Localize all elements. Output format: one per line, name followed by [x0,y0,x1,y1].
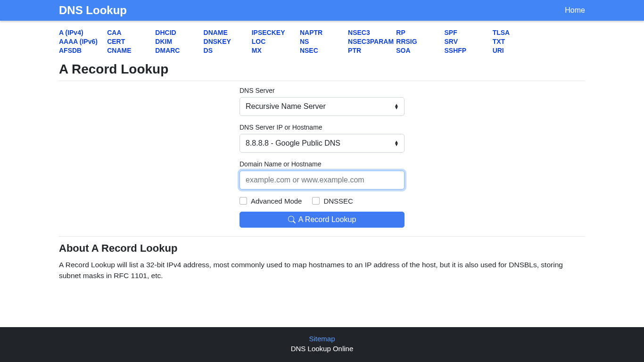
domain-label: Domain Name or Hostname [239,160,405,168]
nav-home-link[interactable]: Home [565,6,585,15]
advanced-mode-label: Advanced Mode [251,197,302,205]
dns-server-select[interactable]: Recursive Name Server [239,97,405,116]
advanced-mode-check[interactable]: Advanced Mode [239,197,302,205]
brand-link[interactable]: DNS Lookup [59,4,127,17]
record-types-grid: A (IPv4) AAAA (IPv6) AFSDB CAA CERT CNAM… [59,28,585,55]
search-icon [288,216,296,223]
record-link[interactable]: RP [396,28,440,37]
footer-tagline: DNS Lookup Online [291,345,354,353]
form-divider [59,236,585,237]
record-link[interactable]: MX [252,46,296,55]
record-types-col-8: SPF SRV SSHFP [444,28,488,55]
record-link[interactable]: PTR [348,46,392,55]
record-types-col-4: IPSECKEY LOC MX [252,28,296,55]
footer-sitemap-link[interactable]: Sitemap [309,335,335,343]
record-types-col-7: RP RRSIG SOA [396,28,440,55]
record-link[interactable]: SPF [444,28,488,37]
record-link[interactable]: A (IPv4) [59,28,103,37]
record-link[interactable]: NS [300,37,344,46]
top-navbar: DNS Lookup Home [0,0,644,21]
record-link[interactable]: NAPTR [300,28,344,37]
dnssec-checkbox[interactable] [312,197,320,205]
record-link[interactable]: CAA [107,28,151,37]
page-title: A Record Lookup [59,62,585,77]
record-link[interactable]: DMARC [155,46,199,55]
record-link[interactable]: CERT [107,37,151,46]
record-link[interactable]: SSHFP [444,46,488,55]
record-types-col-0: A (IPv4) AAAA (IPv6) AFSDB [59,28,103,55]
record-link[interactable]: AFSDB [59,46,103,55]
record-link[interactable]: DNSKEY [204,37,248,46]
record-link[interactable]: DHCID [155,28,199,37]
title-divider [59,81,585,81]
about-title: About A Record Lookup [59,242,585,255]
dns-ip-label: DNS Server IP or Hostname [239,123,405,131]
record-types-col-5: NAPTR NS NSEC [300,28,344,55]
record-link[interactable]: SOA [396,46,440,55]
record-link[interactable]: CNAME [107,46,151,55]
dns-server-label: DNS Server [239,87,405,94]
about-text: A Record Lookup will list a 32-bit IPv4 … [59,259,585,281]
record-link[interactable]: DKIM [155,37,199,46]
record-types-col-9: TLSA TXT URI [493,28,537,55]
record-types-col-1: CAA CERT CNAME [107,28,151,55]
dnssec-check[interactable]: DNSSEC [312,197,353,205]
record-link[interactable]: NSEC3 [348,28,392,37]
dnssec-label: DNSSEC [323,197,353,205]
record-types-col-6: NSEC3 NSEC3PARAM PTR [348,28,392,55]
record-types-col-3: DNAME DNSKEY DS [204,28,248,55]
record-link[interactable]: SRV [444,37,488,46]
main-container: A (IPv4) AAAA (IPv6) AFSDB CAA CERT CNAM… [53,21,591,292]
lookup-button[interactable]: A Record Lookup [239,212,405,228]
record-types-col-2: DHCID DKIM DMARC [155,28,199,55]
record-link[interactable]: LOC [252,37,296,46]
lookup-form: DNS Server Recursive Name Server ▲▼ DNS … [239,87,405,228]
lookup-button-label: A Record Lookup [298,215,356,224]
record-link[interactable]: NSEC [300,46,344,55]
record-link[interactable]: URI [493,46,537,55]
record-link[interactable]: DNAME [204,28,248,37]
domain-input[interactable] [239,171,405,189]
record-link[interactable]: TLSA [493,28,537,37]
advanced-mode-checkbox[interactable] [239,197,247,205]
record-link[interactable]: IPSECKEY [252,28,296,37]
dns-ip-select[interactable]: 8.8.8.8 - Google Public DNS [239,134,405,153]
record-link[interactable]: AAAA (IPv6) [59,37,103,46]
footer: Sitemap DNS Lookup Online [0,327,644,362]
record-types-col-spacer [541,28,585,55]
record-link[interactable]: NSEC3PARAM [348,37,392,46]
record-link[interactable]: RRSIG [396,37,440,46]
record-link[interactable]: DS [204,46,248,55]
record-link[interactable]: TXT [493,37,537,46]
